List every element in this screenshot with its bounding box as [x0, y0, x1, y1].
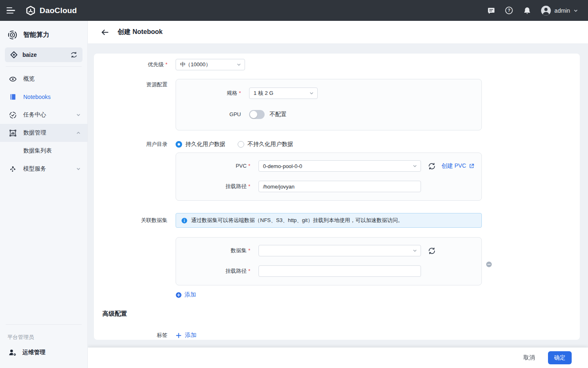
required-asterisk: * [248, 163, 250, 169]
dataset-select-row: 数据集* [176, 245, 481, 256]
priority-select[interactable]: 中（10000） [176, 59, 245, 70]
datasets-info-alert: 通过数据集可以将远端数据（NFS、S3、http、git）挂载到本地使用，可以加… [176, 213, 482, 228]
back-arrow-icon[interactable] [100, 28, 109, 37]
sidebar: 智能算力 baize 概览 [0, 21, 88, 368]
home-mount-path-row: 挂载路径* [176, 181, 481, 192]
sidebar-item-data-management[interactable]: 数据管理 [0, 124, 87, 142]
sidebar-item-label: 模型服务 [23, 165, 46, 173]
sidebar-item-model-service[interactable]: 模型服务 [0, 160, 87, 178]
sidebar-item-dataset-list[interactable]: 数据集列表 [0, 142, 87, 160]
top-navbar: DaoCloud ? [0, 0, 588, 21]
required-asterisk: * [248, 183, 250, 189]
user-chevron-down-icon [573, 8, 578, 13]
remove-dataset-icon[interactable] [486, 261, 492, 267]
priority-row: 优先级* 中（10000） [94, 59, 580, 70]
dataset-mount-path-row: 挂载路径* [176, 265, 481, 277]
spec-select[interactable]: 1 核 2 G [249, 88, 318, 99]
spec-label: 规格* [176, 88, 241, 99]
resources-row: 资源配置 规格* 1 核 2 G [94, 79, 580, 130]
brand-name: DaoCloud [40, 6, 77, 15]
chevron-down-icon [76, 166, 81, 171]
create-pvc-link[interactable]: 创建 PVC [441, 162, 474, 170]
radio-persist-user-data[interactable]: 持久化用户数据 [176, 141, 225, 148]
menu-toggle-icon[interactable] [7, 5, 18, 16]
external-link-icon [469, 163, 474, 169]
sidebar-item-ops-management[interactable]: 运维管理 [0, 343, 87, 361]
gpu-label: GPU [176, 109, 241, 120]
spec-row: 规格* 1 核 2 G [176, 88, 481, 99]
refresh-dataset-icon[interactable] [428, 247, 436, 255]
chevron-down-icon [309, 91, 314, 96]
avatar [541, 5, 551, 16]
add-dataset-button[interactable]: 添加 [176, 291, 482, 298]
spec-value: 1 核 2 G [254, 90, 273, 97]
cancel-button[interactable]: 取消 [519, 352, 539, 364]
svg-text:?: ? [508, 8, 511, 13]
user-dir-label: 用户目录 [94, 140, 167, 148]
mount-path-label: 挂载路径* [176, 181, 250, 192]
footer-action-bar: 取消 确定 [88, 348, 588, 368]
smart-compute-icon [7, 30, 18, 40]
eye-icon [9, 75, 17, 83]
daocloud-logo-icon [25, 5, 36, 16]
chevron-down-icon [236, 62, 241, 67]
gpu-toggle[interactable] [249, 110, 265, 119]
confirm-button[interactable]: 确定 [548, 351, 572, 364]
sidebar-item-label: 任务中心 [23, 111, 46, 119]
radio-no-persist-user-data[interactable]: 不持久化用户数据 [238, 141, 293, 148]
switch-workspace-icon[interactable] [70, 51, 78, 58]
brand[interactable]: DaoCloud [25, 5, 77, 16]
ops-admin-icon [8, 348, 16, 357]
required-asterisk: * [239, 90, 241, 96]
dataset-box: 数据集* [176, 237, 482, 285]
home-mount-path-input[interactable] [258, 181, 421, 192]
add-tag-button[interactable]: 添加 [176, 331, 196, 339]
pvc-row: PVC* 0-demo-pool-0-0 [176, 160, 481, 172]
priority-value: 中（10000） [180, 61, 211, 68]
resources-box: 规格* 1 核 2 G GPU [176, 79, 482, 130]
data-chart-icon [9, 129, 17, 137]
dataset-mount-path-input[interactable] [258, 265, 421, 277]
workspace-name: baize [22, 52, 37, 58]
main-content: 优先级* 中（10000） 资源配置 规格* [88, 43, 588, 348]
message-icon[interactable] [487, 6, 496, 15]
sidebar-bottom-divider [6, 324, 82, 325]
priority-label: 优先级* [94, 59, 167, 70]
help-icon[interactable]: ? [505, 6, 514, 15]
required-asterisk: * [248, 247, 250, 254]
sidebar-item-label: 运维管理 [22, 349, 45, 356]
sidebar-item-label: 概览 [23, 75, 35, 83]
page-title: 创建 Notebook [118, 28, 163, 36]
sidebar-item-label: Notebooks [23, 94, 51, 100]
notebook-icon [9, 93, 17, 101]
required-asterisk: * [248, 268, 250, 274]
workspace-icon [10, 51, 18, 58]
notifications-bell-icon[interactable] [523, 6, 532, 15]
radio-selected-icon [176, 141, 182, 148]
radio-unselected-icon [238, 141, 244, 148]
datasets-info-text: 通过数据集可以将远端数据（NFS、S3、http、git）挂载到本地使用，可以加… [191, 217, 403, 224]
pvc-label: PVC* [176, 160, 250, 172]
sidebar-item-notebooks[interactable]: Notebooks [0, 88, 87, 106]
sidebar-item-overview[interactable]: 概览 [0, 70, 87, 88]
form-card: 优先级* 中（10000） 资源配置 规格* [94, 54, 580, 340]
user-menu[interactable]: admin [541, 5, 578, 16]
tags-row: 标签 添加 [94, 331, 580, 339]
mount-path-label: 挂载路径* [176, 265, 250, 277]
pvc-box: PVC* 0-demo-pool-0-0 [176, 153, 482, 201]
resources-label: 资源配置 [94, 79, 167, 90]
username: admin [555, 7, 570, 14]
sidebar-item-task-center[interactable]: 任务中心 [0, 106, 87, 124]
sidebar-item-label: 数据集列表 [23, 147, 52, 155]
dataset-select[interactable] [258, 245, 421, 256]
tags-label: 标签 [94, 331, 167, 339]
plus-circle-icon [176, 292, 182, 298]
user-dir-radio-group: 持久化用户数据 不持久化用户数据 [176, 140, 482, 148]
refresh-pvc-icon[interactable] [428, 162, 436, 170]
pvc-select[interactable]: 0-demo-pool-0-0 [258, 160, 421, 172]
sidebar-item-label: 数据管理 [23, 129, 46, 137]
platform-role-label: 平台管理员 [0, 328, 87, 343]
chevron-down-icon [412, 164, 417, 168]
workspace-selector[interactable]: baize [5, 47, 82, 62]
sidebar-section-title: 智能算力 [23, 31, 49, 39]
